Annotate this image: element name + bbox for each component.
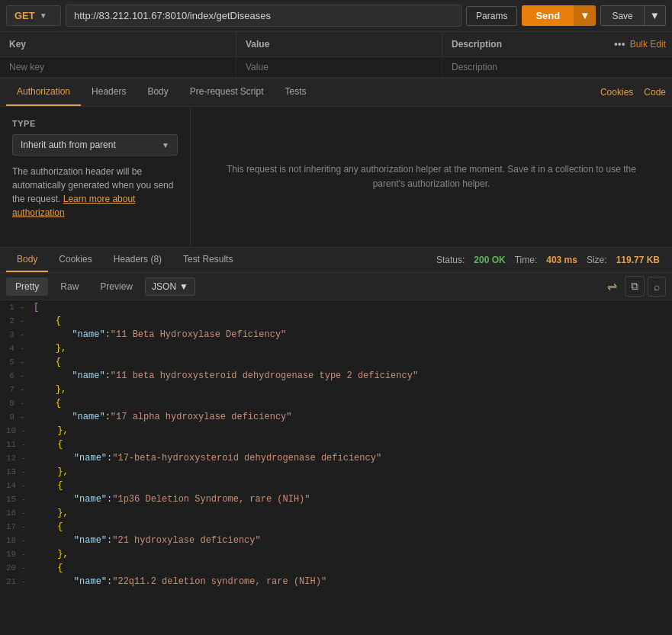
kv-header-actions: ••• Bulk Edit <box>608 32 672 56</box>
auth-type-dropdown[interactable]: Inherit auth from parent ▼ <box>12 134 178 156</box>
json-bracket: [ <box>34 300 39 314</box>
save-button[interactable]: Save <box>600 5 643 26</box>
json-line: 16 - }, <box>0 506 672 520</box>
line-number: 6 - <box>6 369 34 383</box>
line-number: 15 - <box>6 492 35 506</box>
type-label: TYPE <box>12 119 178 128</box>
kv-col-key-header: Key <box>0 33 236 56</box>
more-icon[interactable]: ••• <box>614 38 625 50</box>
auth-dropdown-arrow: ▼ <box>162 141 169 149</box>
line-number: 9 - <box>6 410 34 424</box>
line-number: 22 - <box>6 588 35 590</box>
json-brace: { <box>57 479 63 492</box>
wrap-icon[interactable]: ⇌ <box>603 276 622 297</box>
json-viewer: 1 -[2 - {3 - "name": "11 Beta Hydroxylas… <box>0 300 672 590</box>
resp-tab-body[interactable]: Body <box>6 248 48 272</box>
format-bar: Pretty Raw Preview JSON ▼ ⇌ ⧉ ⌕ <box>0 273 672 300</box>
resp-tab-test-results[interactable]: Test Results <box>172 248 243 272</box>
json-line: 15 - "name": "1p36 Deletion Syndrome, ra… <box>0 492 672 506</box>
tab-tests[interactable]: Tests <box>274 79 317 106</box>
line-number: 5 - <box>6 355 34 369</box>
line-number: 4 - <box>6 342 34 355</box>
line-number: 16 - <box>6 506 35 520</box>
save-button-group: Save ▼ <box>600 5 666 26</box>
json-key: "name" <box>74 451 107 465</box>
line-number: 20 - <box>6 561 35 575</box>
tab-prerequest[interactable]: Pre-request Script <box>179 79 275 106</box>
line-number: 13 - <box>6 465 35 479</box>
json-line: 17 - { <box>0 520 672 534</box>
line-number: 19 - <box>6 547 35 561</box>
json-line: 22 - }, <box>0 588 672 590</box>
json-brace: }, <box>57 588 68 590</box>
json-key: "name" <box>72 410 104 424</box>
line-number: 10 - <box>6 424 35 438</box>
line-number: 21 - <box>6 575 35 588</box>
format-type-dropdown[interactable]: JSON ▼ <box>145 277 195 296</box>
line-number: 17 - <box>6 520 35 534</box>
json-key: "name" <box>74 492 107 506</box>
cookies-link[interactable]: Cookies <box>600 87 633 98</box>
tab-headers[interactable]: Headers <box>81 79 137 106</box>
json-value: "11 beta hydroxysteroid dehydrogenase ty… <box>111 369 418 383</box>
auth-panel: TYPE Inherit auth from parent ▼ The auth… <box>0 107 672 248</box>
fmt-tab-raw[interactable]: Raw <box>51 277 88 296</box>
auth-left-panel: TYPE Inherit auth from parent ▼ The auth… <box>0 107 191 247</box>
json-value: "17-beta-hydroxysteroid dehydrogenase de… <box>112 451 381 465</box>
json-line: 8 - { <box>0 396 672 410</box>
copy-button[interactable]: ⧉ <box>625 276 645 297</box>
line-number: 14 - <box>6 479 35 492</box>
params-button[interactable]: Params <box>466 6 517 26</box>
line-number: 1 - <box>6 300 34 314</box>
json-key: "name" <box>74 575 107 588</box>
json-line: 19 - }, <box>0 547 672 561</box>
json-line: 14 - { <box>0 479 672 492</box>
method-selector[interactable]: GET ▼ <box>6 5 61 26</box>
top-bar: GET ▼ Params Send ▼ Save ▼ <box>0 0 672 32</box>
json-line: 20 - { <box>0 561 672 575</box>
save-dropdown-button[interactable]: ▼ <box>644 5 666 26</box>
time-label: Time: <box>515 255 538 265</box>
json-line: 9 - "name": "17 alpha hydroxylase defici… <box>0 410 672 424</box>
json-line: 10 - }, <box>0 424 672 438</box>
json-line: 5 - { <box>0 355 672 369</box>
json-value: "1p36 Deletion Syndrome, rare (NIH)" <box>112 492 310 506</box>
size-label: Size: <box>587 255 607 265</box>
json-brace: { <box>56 355 61 369</box>
format-type-label: JSON <box>152 281 176 292</box>
kv-key-input[interactable] <box>0 57 133 77</box>
tab-authorization[interactable]: Authorization <box>6 79 81 106</box>
request-tabs-container: Authorization Headers Body Pre-request S… <box>0 79 672 107</box>
line-number: 8 - <box>6 396 34 410</box>
fmt-tab-preview[interactable]: Preview <box>91 277 142 296</box>
json-line: 21 - "name": "22q11.2 deletion syndrome,… <box>0 575 672 588</box>
kv-table: Key Value Description ••• Bulk Edit <box>0 32 672 79</box>
auth-description: The authorization header will be automat… <box>12 165 178 220</box>
json-line: 6 - "name": "11 beta hydroxysteroid dehy… <box>0 369 672 383</box>
kv-value-input[interactable] <box>236 57 369 77</box>
search-button[interactable]: ⌕ <box>648 277 666 297</box>
resp-tab-headers[interactable]: Headers (8) <box>103 248 172 272</box>
json-key: "name" <box>72 369 104 383</box>
kv-desc-input[interactable] <box>442 57 575 77</box>
kv-col-desc-header: Description <box>442 33 608 56</box>
send-dropdown-button[interactable]: ▼ <box>574 5 596 26</box>
send-button[interactable]: Send <box>522 5 574 26</box>
json-line: 11 - { <box>0 438 672 451</box>
method-arrow: ▼ <box>40 11 47 20</box>
status-label: Status: <box>436 255 465 265</box>
response-tabs: Body Cookies Headers (8) Test Results St… <box>0 248 672 273</box>
method-label: GET <box>14 10 35 21</box>
fmt-tab-pretty[interactable]: Pretty <box>6 277 48 296</box>
json-line: 7 - }, <box>0 383 672 396</box>
json-value: "11 Beta Hydroxylase Deficiency" <box>111 328 286 342</box>
json-key: "name" <box>72 328 104 342</box>
url-input[interactable] <box>66 5 461 27</box>
tab-right-links: Cookies Code <box>600 87 666 98</box>
tab-body[interactable]: Body <box>137 79 178 106</box>
resp-tab-cookies[interactable]: Cookies <box>48 248 102 272</box>
code-link[interactable]: Code <box>644 87 666 98</box>
auth-type-label: Inherit auth from parent <box>21 140 116 150</box>
json-brace: }, <box>57 547 68 561</box>
bulk-edit-button[interactable]: Bulk Edit <box>630 39 666 50</box>
